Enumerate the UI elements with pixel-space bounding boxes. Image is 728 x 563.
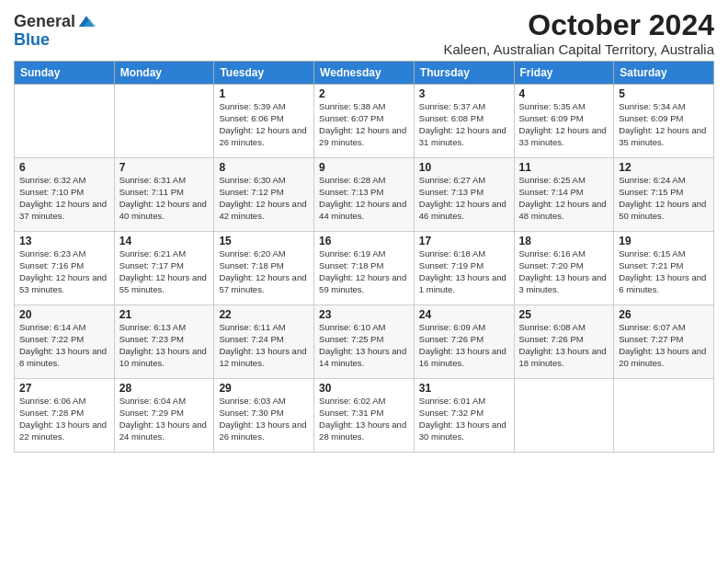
table-row: 17Sunrise: 6:18 AM Sunset: 7:19 PM Dayli… bbox=[414, 232, 514, 305]
table-row bbox=[15, 85, 115, 158]
logo: General Blue bbox=[14, 13, 96, 50]
day-detail: Sunrise: 5:37 AM Sunset: 6:08 PM Dayligh… bbox=[419, 101, 509, 148]
day-detail: Sunrise: 6:25 AM Sunset: 7:14 PM Dayligh… bbox=[519, 175, 609, 222]
day-detail: Sunrise: 6:18 AM Sunset: 7:19 PM Dayligh… bbox=[419, 248, 509, 295]
table-row: 28Sunrise: 6:04 AM Sunset: 7:29 PM Dayli… bbox=[114, 379, 214, 453]
day-detail: Sunrise: 6:20 AM Sunset: 7:18 PM Dayligh… bbox=[219, 248, 309, 295]
table-row: 31Sunrise: 6:01 AM Sunset: 7:32 PM Dayli… bbox=[414, 379, 514, 453]
day-number: 11 bbox=[519, 161, 609, 174]
day-number: 23 bbox=[319, 308, 409, 321]
day-number: 27 bbox=[19, 382, 109, 395]
table-row: 30Sunrise: 6:02 AM Sunset: 7:31 PM Dayli… bbox=[314, 379, 415, 453]
logo-general: General bbox=[14, 13, 75, 31]
day-number: 8 bbox=[219, 161, 309, 174]
day-number: 26 bbox=[619, 308, 709, 321]
day-detail: Sunrise: 6:10 AM Sunset: 7:25 PM Dayligh… bbox=[319, 322, 409, 369]
day-number: 3 bbox=[419, 87, 509, 100]
day-detail: Sunrise: 6:31 AM Sunset: 7:11 PM Dayligh… bbox=[119, 175, 210, 222]
table-row: 24Sunrise: 6:09 AM Sunset: 7:26 PM Dayli… bbox=[414, 305, 514, 379]
day-detail: Sunrise: 6:23 AM Sunset: 7:16 PM Dayligh… bbox=[19, 248, 109, 295]
day-detail: Sunrise: 6:21 AM Sunset: 7:17 PM Dayligh… bbox=[119, 248, 210, 295]
page: General Blue October 2024 Kaleen, Austra… bbox=[0, 0, 728, 563]
day-number: 6 bbox=[19, 161, 109, 174]
day-number: 24 bbox=[419, 308, 509, 321]
day-number: 30 bbox=[319, 382, 409, 395]
table-row: 23Sunrise: 6:10 AM Sunset: 7:25 PM Dayli… bbox=[314, 305, 415, 379]
day-detail: Sunrise: 6:28 AM Sunset: 7:13 PM Dayligh… bbox=[319, 175, 409, 222]
day-number: 4 bbox=[519, 87, 609, 100]
col-friday: Friday bbox=[514, 62, 614, 85]
table-row: 20Sunrise: 6:14 AM Sunset: 7:22 PM Dayli… bbox=[15, 305, 115, 379]
day-number: 20 bbox=[19, 308, 109, 321]
day-detail: Sunrise: 6:04 AM Sunset: 7:29 PM Dayligh… bbox=[119, 396, 210, 442]
day-number: 17 bbox=[419, 235, 509, 247]
table-row: 16Sunrise: 6:19 AM Sunset: 7:18 PM Dayli… bbox=[314, 232, 415, 305]
day-detail: Sunrise: 6:03 AM Sunset: 7:30 PM Dayligh… bbox=[219, 396, 309, 442]
day-detail: Sunrise: 5:39 AM Sunset: 6:06 PM Dayligh… bbox=[219, 101, 309, 148]
table-row: 26Sunrise: 6:07 AM Sunset: 7:27 PM Dayli… bbox=[614, 305, 714, 379]
day-detail: Sunrise: 6:32 AM Sunset: 7:10 PM Dayligh… bbox=[19, 175, 109, 222]
table-row bbox=[514, 379, 614, 453]
table-row bbox=[114, 85, 214, 158]
page-subtitle: Kaleen, Australian Capital Territory, Au… bbox=[443, 41, 714, 57]
table-row: 19Sunrise: 6:15 AM Sunset: 7:21 PM Dayli… bbox=[614, 232, 714, 305]
day-detail: Sunrise: 6:24 AM Sunset: 7:15 PM Dayligh… bbox=[619, 175, 709, 222]
table-row: 21Sunrise: 6:13 AM Sunset: 7:23 PM Dayli… bbox=[114, 305, 214, 379]
table-row: 1Sunrise: 5:39 AM Sunset: 6:06 PM Daylig… bbox=[214, 85, 314, 158]
calendar-week-row: 6Sunrise: 6:32 AM Sunset: 7:10 PM Daylig… bbox=[15, 158, 714, 232]
day-detail: Sunrise: 6:08 AM Sunset: 7:26 PM Dayligh… bbox=[519, 322, 609, 369]
day-detail: Sunrise: 6:13 AM Sunset: 7:23 PM Dayligh… bbox=[119, 322, 210, 369]
day-number: 14 bbox=[119, 235, 210, 247]
day-detail: Sunrise: 6:09 AM Sunset: 7:26 PM Dayligh… bbox=[419, 322, 509, 369]
table-row: 8Sunrise: 6:30 AM Sunset: 7:12 PM Daylig… bbox=[214, 158, 314, 232]
table-row: 6Sunrise: 6:32 AM Sunset: 7:10 PM Daylig… bbox=[15, 158, 115, 232]
table-row: 9Sunrise: 6:28 AM Sunset: 7:13 PM Daylig… bbox=[314, 158, 415, 232]
calendar-header-row: Sunday Monday Tuesday Wednesday Thursday… bbox=[15, 62, 714, 85]
table-row: 15Sunrise: 6:20 AM Sunset: 7:18 PM Dayli… bbox=[214, 232, 314, 305]
calendar-week-row: 27Sunrise: 6:06 AM Sunset: 7:28 PM Dayli… bbox=[15, 379, 714, 453]
table-row: 22Sunrise: 6:11 AM Sunset: 7:24 PM Dayli… bbox=[214, 305, 314, 379]
col-tuesday: Tuesday bbox=[214, 62, 314, 85]
page-title: October 2024 bbox=[443, 9, 714, 41]
day-number: 9 bbox=[319, 161, 409, 174]
col-saturday: Saturday bbox=[614, 62, 714, 85]
day-number: 1 bbox=[219, 87, 309, 100]
day-number: 25 bbox=[519, 308, 609, 321]
table-row: 11Sunrise: 6:25 AM Sunset: 7:14 PM Dayli… bbox=[514, 158, 614, 232]
day-number: 19 bbox=[619, 235, 709, 247]
calendar-week-row: 13Sunrise: 6:23 AM Sunset: 7:16 PM Dayli… bbox=[15, 232, 714, 305]
day-detail: Sunrise: 5:38 AM Sunset: 6:07 PM Dayligh… bbox=[319, 101, 409, 148]
day-detail: Sunrise: 6:14 AM Sunset: 7:22 PM Dayligh… bbox=[19, 322, 109, 369]
col-monday: Monday bbox=[114, 62, 214, 85]
day-number: 10 bbox=[419, 161, 509, 174]
table-row bbox=[614, 379, 714, 453]
table-row: 10Sunrise: 6:27 AM Sunset: 7:13 PM Dayli… bbox=[414, 158, 514, 232]
table-row: 7Sunrise: 6:31 AM Sunset: 7:11 PM Daylig… bbox=[114, 158, 214, 232]
day-number: 29 bbox=[219, 382, 309, 395]
day-number: 31 bbox=[419, 382, 509, 395]
table-row: 12Sunrise: 6:24 AM Sunset: 7:15 PM Dayli… bbox=[614, 158, 714, 232]
title-block: October 2024 Kaleen, Australian Capital … bbox=[443, 9, 714, 57]
day-detail: Sunrise: 6:06 AM Sunset: 7:28 PM Dayligh… bbox=[19, 396, 109, 442]
day-detail: Sunrise: 6:01 AM Sunset: 7:32 PM Dayligh… bbox=[419, 396, 509, 442]
day-number: 2 bbox=[319, 87, 409, 100]
day-number: 5 bbox=[619, 87, 709, 100]
day-number: 22 bbox=[219, 308, 309, 321]
day-detail: Sunrise: 5:35 AM Sunset: 6:09 PM Dayligh… bbox=[519, 101, 609, 148]
table-row: 2Sunrise: 5:38 AM Sunset: 6:07 PM Daylig… bbox=[314, 85, 415, 158]
day-number: 21 bbox=[119, 308, 210, 321]
day-number: 15 bbox=[219, 235, 309, 247]
day-number: 18 bbox=[519, 235, 609, 247]
calendar: Sunday Monday Tuesday Wednesday Thursday… bbox=[14, 61, 714, 453]
logo-blue: Blue bbox=[14, 31, 96, 50]
calendar-week-row: 20Sunrise: 6:14 AM Sunset: 7:22 PM Dayli… bbox=[15, 305, 714, 379]
table-row: 14Sunrise: 6:21 AM Sunset: 7:17 PM Dayli… bbox=[114, 232, 214, 305]
col-sunday: Sunday bbox=[15, 62, 115, 85]
day-detail: Sunrise: 6:16 AM Sunset: 7:20 PM Dayligh… bbox=[519, 248, 609, 295]
day-number: 13 bbox=[19, 235, 109, 247]
day-detail: Sunrise: 6:27 AM Sunset: 7:13 PM Dayligh… bbox=[419, 175, 509, 222]
day-number: 16 bbox=[319, 235, 409, 247]
table-row: 18Sunrise: 6:16 AM Sunset: 7:20 PM Dayli… bbox=[514, 232, 614, 305]
table-row: 27Sunrise: 6:06 AM Sunset: 7:28 PM Dayli… bbox=[15, 379, 115, 453]
col-wednesday: Wednesday bbox=[314, 62, 415, 85]
